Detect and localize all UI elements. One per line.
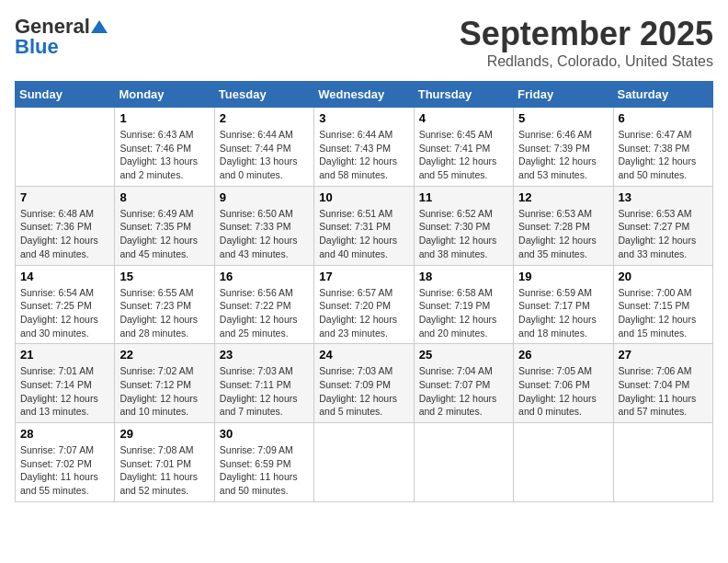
day-info: Sunrise: 6:55 AMSunset: 7:23 PMDaylight:…	[119, 286, 209, 340]
day-cell: 3Sunrise: 6:44 AMSunset: 7:43 PMDaylight…	[314, 108, 414, 187]
header: General Blue September 2025 Redlands, Co…	[15, 15, 713, 70]
day-info: Sunrise: 7:02 AMSunset: 7:12 PMDaylight:…	[119, 364, 209, 419]
title-area: September 2025 Redlands, Colorado, Unite…	[460, 15, 713, 70]
logo-icon	[91, 18, 108, 35]
day-info: Sunrise: 6:58 AMSunset: 7:19 PMDaylight:…	[419, 286, 508, 340]
day-number: 6	[619, 111, 708, 125]
day-cell: 6Sunrise: 6:47 AMSunset: 7:38 PMDaylight…	[613, 108, 712, 187]
day-cell: 14Sunrise: 6:54 AMSunset: 7:25 PMDayligh…	[16, 265, 115, 344]
day-info: Sunrise: 6:45 AMSunset: 7:41 PMDaylight:…	[419, 128, 508, 182]
day-cell: 1Sunrise: 6:43 AMSunset: 7:46 PMDaylight…	[115, 108, 214, 187]
day-number: 5	[518, 111, 608, 125]
day-cell: 5Sunrise: 6:46 AMSunset: 7:39 PMDaylight…	[514, 108, 613, 187]
logo-blue: Blue	[15, 35, 59, 59]
day-info: Sunrise: 6:43 AMSunset: 7:46 PMDaylight:…	[119, 128, 209, 182]
day-info: Sunrise: 7:06 AMSunset: 7:04 PMDaylight:…	[619, 364, 708, 419]
day-cell: 25Sunrise: 7:04 AMSunset: 7:07 PMDayligh…	[414, 344, 513, 423]
day-number: 15	[119, 270, 209, 283]
day-cell	[414, 423, 513, 502]
day-number: 12	[518, 190, 608, 204]
day-number: 20	[619, 270, 708, 283]
day-info: Sunrise: 6:44 AMSunset: 7:43 PMDaylight:…	[319, 128, 408, 182]
day-cell: 11Sunrise: 6:52 AMSunset: 7:30 PMDayligh…	[414, 186, 513, 265]
day-number: 3	[319, 111, 408, 125]
day-cell	[314, 423, 414, 502]
week-row-1: 1Sunrise: 6:43 AMSunset: 7:46 PMDaylight…	[16, 108, 713, 187]
day-info: Sunrise: 7:01 AMSunset: 7:14 PMDaylight:…	[20, 364, 109, 419]
day-cell: 23Sunrise: 7:03 AMSunset: 7:11 PMDayligh…	[214, 344, 313, 423]
day-cell: 26Sunrise: 7:05 AMSunset: 7:06 PMDayligh…	[514, 344, 613, 423]
day-cell: 17Sunrise: 6:57 AMSunset: 7:20 PMDayligh…	[314, 265, 414, 344]
day-info: Sunrise: 6:54 AMSunset: 7:25 PMDaylight:…	[20, 286, 109, 340]
day-number: 10	[319, 190, 408, 204]
calendar-table: SundayMondayTuesdayWednesdayThursdayFrid…	[15, 81, 713, 502]
month-title: September 2025	[460, 15, 713, 53]
col-header-wednesday: Wednesday	[314, 82, 414, 108]
day-cell: 27Sunrise: 7:06 AMSunset: 7:04 PMDayligh…	[613, 344, 712, 423]
day-number: 22	[119, 348, 209, 362]
day-cell: 28Sunrise: 7:07 AMSunset: 7:02 PMDayligh…	[16, 423, 115, 502]
location-subtitle: Redlands, Colorado, United States	[460, 53, 713, 70]
day-info: Sunrise: 6:59 AMSunset: 7:17 PMDaylight:…	[518, 286, 608, 340]
day-cell: 16Sunrise: 6:56 AMSunset: 7:22 PMDayligh…	[214, 265, 313, 344]
day-info: Sunrise: 6:56 AMSunset: 7:22 PMDaylight:…	[220, 286, 309, 340]
day-number: 11	[419, 190, 508, 204]
day-number: 4	[419, 111, 508, 125]
day-number: 7	[20, 190, 109, 204]
day-cell	[613, 423, 712, 502]
day-number: 14	[20, 270, 109, 283]
day-cell: 29Sunrise: 7:08 AMSunset: 7:01 PMDayligh…	[115, 423, 214, 502]
day-cell: 8Sunrise: 6:49 AMSunset: 7:35 PMDaylight…	[115, 186, 214, 265]
day-number: 25	[419, 348, 508, 362]
day-cell: 21Sunrise: 7:01 AMSunset: 7:14 PMDayligh…	[16, 344, 115, 423]
day-cell: 2Sunrise: 6:44 AMSunset: 7:44 PMDaylight…	[214, 108, 313, 187]
day-number: 23	[220, 348, 309, 362]
day-cell	[16, 108, 115, 187]
header-row: SundayMondayTuesdayWednesdayThursdayFrid…	[16, 82, 713, 108]
week-row-5: 28Sunrise: 7:07 AMSunset: 7:02 PMDayligh…	[16, 423, 713, 502]
day-info: Sunrise: 7:04 AMSunset: 7:07 PMDaylight:…	[419, 364, 508, 419]
day-info: Sunrise: 6:50 AMSunset: 7:33 PMDaylight:…	[220, 207, 309, 261]
day-number: 8	[119, 190, 209, 204]
day-number: 1	[119, 111, 209, 125]
week-row-3: 14Sunrise: 6:54 AMSunset: 7:25 PMDayligh…	[16, 265, 713, 344]
day-info: Sunrise: 7:00 AMSunset: 7:15 PMDaylight:…	[619, 286, 708, 340]
day-cell: 4Sunrise: 6:45 AMSunset: 7:41 PMDaylight…	[414, 108, 513, 187]
day-number: 27	[619, 348, 708, 362]
day-cell: 20Sunrise: 7:00 AMSunset: 7:15 PMDayligh…	[613, 265, 712, 344]
day-number: 21	[20, 348, 109, 362]
day-info: Sunrise: 7:08 AMSunset: 7:01 PMDaylight:…	[119, 443, 209, 498]
day-cell: 24Sunrise: 7:03 AMSunset: 7:09 PMDayligh…	[314, 344, 414, 423]
day-info: Sunrise: 6:44 AMSunset: 7:44 PMDaylight:…	[220, 128, 309, 182]
day-cell: 12Sunrise: 6:53 AMSunset: 7:28 PMDayligh…	[514, 186, 613, 265]
day-info: Sunrise: 7:07 AMSunset: 7:02 PMDaylight:…	[20, 443, 109, 498]
day-info: Sunrise: 6:49 AMSunset: 7:35 PMDaylight:…	[119, 207, 209, 261]
day-info: Sunrise: 6:53 AMSunset: 7:28 PMDaylight:…	[518, 207, 608, 261]
day-number: 2	[220, 111, 309, 125]
day-cell: 30Sunrise: 7:09 AMSunset: 6:59 PMDayligh…	[214, 423, 313, 502]
day-info: Sunrise: 6:46 AMSunset: 7:39 PMDaylight:…	[518, 128, 608, 182]
week-row-2: 7Sunrise: 6:48 AMSunset: 7:36 PMDaylight…	[16, 186, 713, 265]
day-number: 17	[319, 270, 408, 283]
day-info: Sunrise: 6:57 AMSunset: 7:20 PMDaylight:…	[319, 286, 408, 340]
day-cell: 18Sunrise: 6:58 AMSunset: 7:19 PMDayligh…	[414, 265, 513, 344]
day-number: 13	[619, 190, 708, 204]
day-number: 30	[220, 427, 309, 441]
day-info: Sunrise: 7:03 AMSunset: 7:11 PMDaylight:…	[220, 364, 309, 419]
col-header-tuesday: Tuesday	[214, 82, 313, 108]
day-cell: 19Sunrise: 6:59 AMSunset: 7:17 PMDayligh…	[514, 265, 613, 344]
day-info: Sunrise: 7:03 AMSunset: 7:09 PMDaylight:…	[319, 364, 408, 419]
day-number: 19	[518, 270, 608, 283]
day-number: 9	[220, 190, 309, 204]
svg-marker-0	[91, 20, 108, 33]
col-header-sunday: Sunday	[16, 82, 115, 108]
day-number: 26	[518, 348, 608, 362]
col-header-thursday: Thursday	[414, 82, 513, 108]
day-number: 28	[20, 427, 109, 441]
day-info: Sunrise: 7:05 AMSunset: 7:06 PMDaylight:…	[518, 364, 608, 419]
day-info: Sunrise: 7:09 AMSunset: 6:59 PMDaylight:…	[220, 443, 309, 498]
day-cell: 22Sunrise: 7:02 AMSunset: 7:12 PMDayligh…	[115, 344, 214, 423]
day-cell: 13Sunrise: 6:53 AMSunset: 7:27 PMDayligh…	[613, 186, 712, 265]
week-row-4: 21Sunrise: 7:01 AMSunset: 7:14 PMDayligh…	[16, 344, 713, 423]
day-info: Sunrise: 6:53 AMSunset: 7:27 PMDaylight:…	[619, 207, 708, 261]
